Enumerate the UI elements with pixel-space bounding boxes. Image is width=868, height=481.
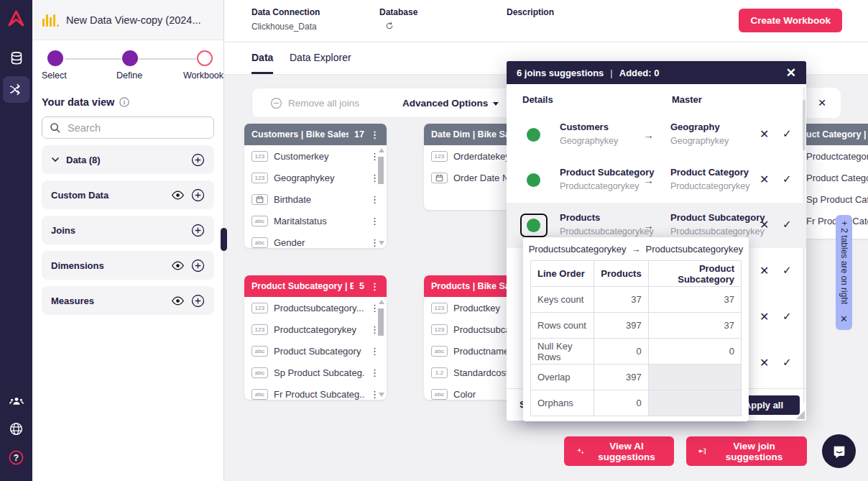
step-select-dot[interactable] bbox=[47, 50, 63, 66]
info-icon[interactable]: i bbox=[119, 97, 129, 107]
astrato-logo-icon[interactable] bbox=[6, 9, 26, 28]
search-box[interactable] bbox=[42, 116, 214, 139]
add-circle-icon[interactable] bbox=[191, 259, 205, 272]
modal-resize-grip[interactable] bbox=[796, 411, 805, 419]
view-ai-suggestions-button[interactable]: View AI suggestions bbox=[564, 436, 674, 466]
field-row[interactable]: 123Geographykey⋮ bbox=[244, 167, 387, 188]
reject-join-icon[interactable]: ✕ bbox=[760, 173, 769, 186]
accept-join-icon[interactable]: ✓ bbox=[782, 356, 792, 369]
sidebar-section-data[interactable]: Data (8) bbox=[42, 145, 214, 174]
help-nav-button[interactable]: ? bbox=[3, 444, 29, 471]
chat-support-button[interactable] bbox=[822, 434, 856, 468]
field-row[interactable]: 123Customerkey⋮ bbox=[244, 145, 387, 167]
join-suggestion-row[interactable]: Product Subcategory Productcategorykey →… bbox=[507, 157, 806, 203]
card-scrollbar[interactable] bbox=[377, 148, 385, 245]
reject-join-icon[interactable]: ✕ bbox=[760, 218, 769, 232]
language-nav-button[interactable] bbox=[3, 416, 29, 442]
add-circle-icon[interactable] bbox=[191, 224, 205, 237]
join-status-dot[interactable] bbox=[527, 219, 540, 232]
data-sources-nav-button[interactable] bbox=[3, 45, 29, 71]
stats-row: Orphans 0 bbox=[531, 390, 742, 416]
reject-join-icon[interactable]: ✕ bbox=[760, 356, 769, 370]
field-row[interactable]: abcMaritalstatus⋮ bbox=[244, 210, 387, 232]
close-suggestions-panel-button[interactable]: × bbox=[803, 88, 841, 118]
refresh-icon[interactable] bbox=[385, 22, 394, 30]
field-row[interactable]: Productcategory bbox=[799, 145, 868, 167]
eye-icon[interactable] bbox=[171, 294, 185, 308]
view-join-suggestions-button[interactable]: View join suggestions bbox=[686, 436, 807, 466]
stats-row: Keys count 37 37 bbox=[531, 287, 742, 313]
field-row[interactable]: abcGender⋮ bbox=[244, 232, 387, 248]
text-type-icon: abc bbox=[251, 346, 268, 357]
field-row[interactable]: Fr Product Categ bbox=[799, 210, 868, 232]
tables-overflow-badge[interactable]: + 2 tables are on right ✕ bbox=[836, 215, 852, 330]
eye-icon[interactable] bbox=[171, 188, 185, 202]
modal-close-icon[interactable]: ✕ bbox=[786, 65, 796, 81]
table-card-header[interactable]: Customers | Bike Sales 17 ⋮ bbox=[244, 124, 387, 145]
data-view-title-bar[interactable]: New Data View-copy (2024... bbox=[32, 0, 223, 40]
kebab-menu-icon[interactable]: ⋮ bbox=[370, 130, 379, 139]
overflow-badge-label: + 2 tables are on right bbox=[839, 221, 849, 311]
close-icon[interactable]: ✕ bbox=[840, 313, 848, 324]
reject-join-icon[interactable]: ✕ bbox=[760, 264, 769, 278]
sidebar-section-measures[interactable]: Measures bbox=[42, 286, 214, 315]
search-input[interactable] bbox=[68, 122, 197, 134]
data-model-nav-button[interactable] bbox=[3, 76, 29, 103]
users-nav-button[interactable] bbox=[3, 388, 29, 415]
accept-join-icon[interactable]: ✓ bbox=[782, 127, 792, 140]
table-card-header[interactable]: Product Subcategory | Bik... 5 ⋮ bbox=[244, 275, 387, 297]
field-row[interactable]: Sp Product Cate bbox=[799, 188, 868, 210]
accept-join-icon[interactable]: ✓ bbox=[782, 264, 792, 277]
join-status-dot bbox=[527, 128, 540, 142]
sidebar-section-joins[interactable]: Joins bbox=[42, 216, 214, 244]
join-stats-popover: Productsubcategorykey→Productsubcategory… bbox=[523, 237, 749, 421]
modal-scrollbar[interactable] bbox=[803, 87, 805, 403]
table-card-product-category[interactable]: uct Category | B Productcategory Product… bbox=[799, 124, 868, 239]
modal-header[interactable]: 6 joins suggestions | Added: 0 ✕ bbox=[507, 61, 806, 84]
field-row[interactable]: abcFr Product Subcateg...⋮ bbox=[244, 383, 387, 400]
sidebar-resize-handle[interactable] bbox=[221, 228, 227, 251]
create-workbook-button[interactable]: Create Workbook bbox=[739, 9, 842, 32]
add-circle-icon[interactable] bbox=[191, 153, 205, 167]
data-view-title: New Data View-copy (2024... bbox=[66, 14, 201, 26]
table-card-customers[interactable]: Customers | Bike Sales 17 ⋮ 123Customerk… bbox=[244, 124, 387, 248]
sidebar-section-custom-data[interactable]: Custom Data bbox=[42, 180, 214, 209]
add-circle-icon[interactable] bbox=[191, 294, 205, 308]
field-row[interactable]: abcProduct Subcategory⋮ bbox=[244, 340, 387, 362]
field-row[interactable]: abcSp Product Subcateg...⋮ bbox=[244, 362, 387, 383]
description-field: Description bbox=[507, 7, 554, 17]
calendar-icon bbox=[251, 194, 268, 205]
step-define-dot[interactable] bbox=[122, 50, 138, 66]
field-row[interactable]: 123Productcategorykey⋮ bbox=[244, 319, 387, 340]
tab-data-explorer[interactable]: Data Explorer bbox=[290, 52, 351, 63]
section-label: Data (8) bbox=[66, 155, 185, 165]
field-row[interactable]: Birthdate⋮ bbox=[244, 188, 387, 210]
step-select-label: Select bbox=[42, 70, 67, 81]
kebab-menu-icon[interactable]: ⋮ bbox=[370, 282, 379, 291]
accept-join-icon[interactable]: ✓ bbox=[782, 218, 792, 231]
accept-join-icon[interactable]: ✓ bbox=[782, 173, 792, 185]
card-scrollbar[interactable] bbox=[377, 300, 385, 397]
join-status-dot bbox=[527, 173, 540, 187]
join-suggestion-row[interactable]: Customers Geographykey → Geography Geogr… bbox=[507, 112, 806, 157]
remove-all-joins-button[interactable]: Remove all joins bbox=[270, 97, 359, 109]
table-name: Customers | Bike Sales bbox=[251, 129, 348, 139]
section-label: Joins bbox=[51, 225, 185, 236]
advanced-options-dropdown[interactable]: Advanced Options bbox=[402, 98, 499, 109]
text-type-icon: abc bbox=[431, 346, 448, 357]
reject-join-icon[interactable]: ✕ bbox=[760, 310, 769, 324]
step-workbook-dot[interactable] bbox=[197, 50, 213, 66]
table-card-product-subcategory[interactable]: Product Subcategory | Bik... 5 ⋮ 123Prod… bbox=[244, 275, 387, 400]
accept-join-icon[interactable]: ✓ bbox=[782, 310, 792, 323]
chevron-down-icon[interactable] bbox=[51, 155, 60, 164]
number-type-icon: 123 bbox=[251, 173, 268, 183]
eye-icon[interactable] bbox=[171, 259, 185, 272]
join-keys-title: Productsubcategorykey→Productsubcategory… bbox=[523, 244, 749, 255]
field-row[interactable]: 123Productsubcategory...⋮ bbox=[244, 297, 387, 319]
field-row[interactable]: Product Categor bbox=[799, 167, 868, 188]
tab-data[interactable]: Data bbox=[251, 52, 273, 63]
table-card-header[interactable]: uct Category | B bbox=[799, 124, 868, 145]
sidebar-section-dimensions[interactable]: Dimensions bbox=[42, 251, 214, 280]
reject-join-icon[interactable]: ✕ bbox=[760, 127, 769, 141]
add-circle-icon[interactable] bbox=[191, 188, 205, 202]
